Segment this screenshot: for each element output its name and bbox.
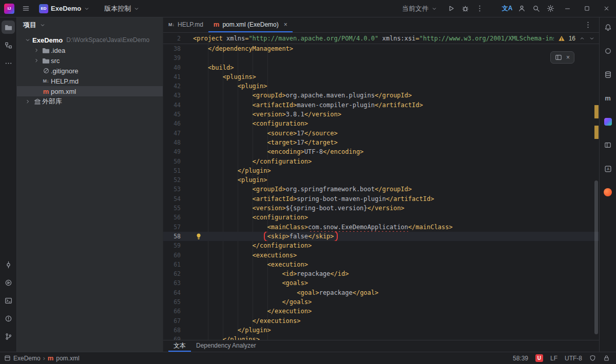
file-encoding[interactable]: UTF-8: [565, 355, 582, 362]
code-line[interactable]: 41 <plugins>: [163, 72, 599, 82]
scrollbar-warning-mark[interactable]: [594, 126, 599, 139]
tab-options-icon[interactable]: [581, 18, 595, 32]
tree-item[interactable]: mpom.xml: [17, 86, 163, 96]
terminal-tool-button[interactable]: [2, 294, 15, 307]
code-line[interactable]: 59 </configuration>: [163, 241, 599, 250]
project-widget[interactable]: ED ExeDemo: [36, 2, 93, 15]
close-icon[interactable]: ×: [284, 22, 287, 28]
bottom-tab[interactable]: 文本: [168, 340, 191, 352]
commit-tool-icon: [5, 261, 12, 269]
close-icon[interactable]: ×: [566, 54, 570, 60]
code-line[interactable]: 65 </goals>: [163, 297, 599, 307]
code-line[interactable]: 47 <source>17</source>: [163, 129, 599, 138]
tree-item[interactable]: 外部库: [17, 96, 163, 107]
run-config-selector[interactable]: 当前文件: [399, 2, 440, 15]
folder-icon: [42, 47, 50, 54]
code-line[interactable]: 58 <skip>false</skip>: [163, 232, 599, 241]
tree-item[interactable]: .gitignore: [17, 66, 163, 76]
minimize-button[interactable]: [557, 0, 577, 17]
code-line[interactable]: 48 <target>17</target>: [163, 138, 599, 147]
notifications-button[interactable]: [601, 21, 614, 34]
translate-button[interactable]: 文A: [500, 2, 514, 15]
code-line[interactable]: 60 <executions>: [163, 251, 599, 260]
code-line[interactable]: 61 <execution>: [163, 260, 599, 269]
scrollbar-warning-mark[interactable]: [594, 105, 599, 118]
line-separator[interactable]: LF: [550, 355, 557, 362]
editor-floating-toolbar[interactable]: ×: [550, 51, 574, 64]
code-line[interactable]: 39: [163, 53, 599, 63]
code-line[interactable]: 69 </plugins>: [163, 335, 599, 340]
code-line[interactable]: 52 <plugin>: [163, 175, 599, 185]
run-button[interactable]: [444, 2, 458, 15]
main-menu-icon[interactable]: [18, 2, 33, 15]
project-panel-header[interactable]: 项目: [17, 17, 163, 33]
project-icon: [4, 355, 11, 361]
problems-tool-button[interactable]: [2, 312, 15, 325]
tree-item[interactable]: M↓HELP.md: [17, 76, 163, 86]
bottom-tab[interactable]: Dependency Analyzer: [191, 340, 261, 352]
code-line[interactable]: 54 <artifactId>spring-boot-maven-plugin<…: [163, 194, 599, 204]
editor-tab[interactable]: M↓HELP.md: [163, 17, 208, 32]
status-breadcrumbs[interactable]: ExeDemo › m pom.xml: [4, 355, 80, 362]
tree-item-label: .gitignore: [51, 67, 78, 75]
tree-item[interactable]: .idea: [17, 45, 163, 55]
breadcrumb-project[interactable]: ExeDemo: [13, 355, 41, 362]
close-window-button[interactable]: [596, 0, 616, 17]
editor-tab[interactable]: mpom.xml (ExeDemo)×: [208, 17, 293, 32]
code-line[interactable]: 68 </plugin>: [163, 326, 599, 335]
settings-gear-icon[interactable]: [543, 2, 557, 15]
code-line[interactable]: 66 </execution>: [163, 307, 599, 316]
code-line[interactable]: 55 <version>${spring-boot.version}</vers…: [163, 204, 599, 213]
code-line[interactable]: 44 <artifactId>maven-compiler-plugin</ar…: [163, 100, 599, 110]
code-line[interactable]: 40 <build>: [163, 63, 599, 72]
caret-position[interactable]: 58:39: [513, 355, 528, 362]
code-line[interactable]: 43 <groupId>org.apache.maven.plugins</gr…: [163, 91, 599, 100]
next-problem-icon[interactable]: [589, 35, 595, 42]
tree-item[interactable]: src: [17, 55, 163, 66]
debug-button[interactable]: [458, 2, 472, 15]
breadcrumb-file[interactable]: pom.xml: [56, 355, 79, 362]
code-line[interactable]: 53 <groupId>org.springframework.boot</gr…: [163, 185, 599, 194]
maven-tool-button[interactable]: m: [601, 91, 614, 105]
code-line[interactable]: 67 </executions>: [163, 316, 599, 326]
prev-problem-icon[interactable]: [579, 35, 585, 42]
code-line[interactable]: 64 <goal>repackage</goal>: [163, 288, 599, 297]
project-tool-button[interactable]: [2, 21, 15, 34]
code-line[interactable]: 45 <version>3.8.1</version>: [163, 110, 599, 119]
floating-widget-icon[interactable]: [555, 54, 562, 61]
vcs-widget[interactable]: 版本控制: [101, 2, 143, 15]
translation-tool-button[interactable]: A: [601, 162, 614, 175]
code-line[interactable]: 57 <mainClass>com.snow.ExeDemoApplicatio…: [163, 223, 599, 232]
plugin-tool-button[interactable]: [601, 138, 614, 152]
shield-icon[interactable]: [589, 355, 596, 361]
code-line[interactable]: 51 </plugin>: [163, 166, 599, 175]
account-icon[interactable]: [514, 2, 529, 15]
structure-tool-button[interactable]: [2, 38, 15, 52]
version-control-tool-button[interactable]: [2, 330, 15, 343]
tree-item[interactable]: ExeDemoD:\WorkSpace\Java\ExeDemo: [17, 35, 163, 45]
more-actions-icon[interactable]: [472, 2, 487, 15]
code-line[interactable]: 63 <goals>: [163, 278, 599, 288]
code-line[interactable]: 38 </dependencyManagement>: [163, 44, 599, 53]
services-tool-button[interactable]: [2, 276, 15, 289]
commit-tool-button[interactable]: [2, 258, 15, 271]
code-line[interactable]: 49 <encoding>UTF-8</encoding>: [163, 147, 599, 156]
database-tool-button[interactable]: [601, 68, 614, 81]
search-icon[interactable]: [529, 2, 543, 15]
code-line[interactable]: 50 </configuration>: [163, 157, 599, 166]
more-tool-windows-button[interactable]: [2, 56, 15, 70]
build-tool-button[interactable]: [601, 44, 614, 57]
inspection-widget[interactable]: 16: [554, 33, 596, 44]
code-line[interactable]: 56 <configuration>: [163, 213, 599, 222]
code-editor[interactable]: 38 </dependencyManagement>3940 <build>41…: [163, 44, 599, 340]
sticky-line[interactable]: 2 <project xmlns="http://maven.apache.or…: [163, 33, 599, 44]
plugin-orange-button[interactable]: [601, 186, 614, 199]
youdao-translate-icon[interactable]: U: [535, 354, 543, 362]
maximize-button[interactable]: [577, 0, 596, 17]
editor-scrollbar[interactable]: [594, 180, 598, 334]
code-line[interactable]: 46 <configuration>: [163, 119, 599, 128]
code-line[interactable]: 42 <plugin>: [163, 82, 599, 91]
lock-icon[interactable]: [603, 355, 610, 361]
code-line[interactable]: 62 <id>repackage</id>: [163, 269, 599, 278]
ai-assistant-button[interactable]: [601, 115, 614, 128]
